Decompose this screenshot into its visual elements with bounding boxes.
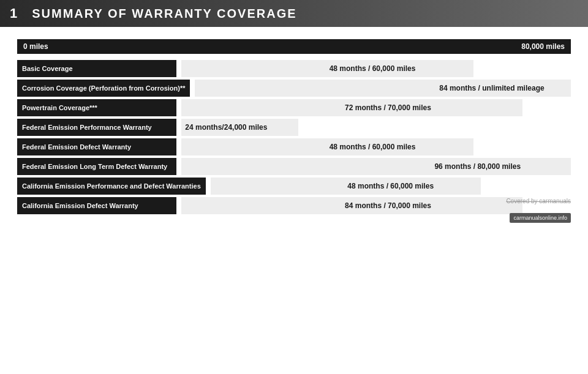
coverage-text-federal-emission-performance: 24 months/24,000 miles xyxy=(185,123,267,132)
coverage-row-powertrain-coverage: Powertrain Coverage***72 months / 70,000… xyxy=(17,99,571,116)
coverage-text-federal-emission-defect: 48 months / 60,000 miles xyxy=(330,143,416,151)
coverage-label-powertrain-coverage: Powertrain Coverage*** xyxy=(17,99,176,116)
coverage-bar-area-federal-emission-long-term: 96 months / 80,000 miles xyxy=(181,158,571,175)
coverage-row-corrosion-coverage: Corrosion Coverage (Perforation from Cor… xyxy=(17,80,571,97)
coverage-label-california-emission-defect: California Emission Defect Warranty xyxy=(17,197,176,214)
coverage-bar-california-emission-perf-defect xyxy=(211,178,481,195)
coverage-row-federal-emission-long-term: Federal Emission Long Term Defect Warran… xyxy=(17,158,571,175)
coverage-text-california-emission-perf-defect: 48 months / 60,000 miles xyxy=(347,182,434,190)
coverage-row-federal-emission-performance: Federal Emission Performance Warranty24 … xyxy=(17,119,571,136)
coverage-text-basic-coverage: 48 months / 60,000 miles xyxy=(330,64,416,73)
coverage-text-federal-emission-long-term: 96 months / 80,000 miles xyxy=(434,162,521,171)
page-title: SUMMARY OF WARRANTY COVERAGE xyxy=(32,7,296,21)
coverage-row-federal-emission-defect: Federal Emission Defect Warranty48 month… xyxy=(17,138,571,155)
section-number: 1 xyxy=(10,6,17,21)
coverage-label-corrosion-coverage: Corrosion Coverage (Perforation from Cor… xyxy=(17,80,190,97)
coverage-bar-area-federal-emission-performance: 24 months/24,000 miles xyxy=(181,119,571,136)
coverage-row-california-emission-defect: California Emission Defect Warranty84 mo… xyxy=(17,197,571,214)
coverage-bar-area-california-emission-perf-defect: 48 months / 60,000 miles xyxy=(211,178,571,195)
coverage-bar-basic-coverage xyxy=(181,60,473,77)
coverage-row-california-emission-perf-defect: California Emission Performance and Defe… xyxy=(17,178,571,195)
coverage-bar-area-federal-emission-defect: 48 months / 60,000 miles xyxy=(181,138,571,155)
watermark-text: Covered by carmanuals xyxy=(506,198,571,204)
coverage-text-powertrain-coverage: 72 months / 70,000 miles xyxy=(345,103,431,112)
coverage-row-basic-coverage: Basic Coverage48 months / 60,000 miles xyxy=(17,60,571,77)
coverage-bar-area-powertrain-coverage: 72 months / 70,000 miles xyxy=(181,99,571,116)
coverage-bar-federal-emission-defect xyxy=(181,138,473,155)
scale-end-label: 80,000 miles xyxy=(521,42,565,51)
coverage-label-federal-emission-long-term: Federal Emission Long Term Defect Warran… xyxy=(17,158,176,175)
coverage-bar-area-basic-coverage: 48 months / 60,000 miles xyxy=(181,60,571,77)
scale-start-label: 0 miles xyxy=(23,42,48,51)
carmanuals-badge: carmanualsonline.info xyxy=(510,213,571,223)
coverage-text-california-emission-defect: 84 months / 70,000 miles xyxy=(345,201,431,210)
coverage-bar-area-corrosion-coverage: 84 months / unlimited mileage xyxy=(195,80,571,97)
page-header: 1 SUMMARY OF WARRANTY COVERAGE xyxy=(0,0,588,27)
content-area: 0 miles 80,000 miles Basic Coverage48 mo… xyxy=(0,27,588,229)
coverage-label-california-emission-perf-defect: California Emission Performance and Defe… xyxy=(17,178,206,195)
coverage-label-federal-emission-defect: Federal Emission Defect Warranty xyxy=(17,138,176,155)
coverage-section: Basic Coverage48 months / 60,000 milesCo… xyxy=(17,60,571,214)
coverage-text-corrosion-coverage: 84 months / unlimited mileage xyxy=(439,84,544,92)
coverage-label-federal-emission-performance: Federal Emission Performance Warranty xyxy=(17,119,176,136)
scale-header: 0 miles 80,000 miles xyxy=(17,39,571,54)
coverage-label-basic-coverage: Basic Coverage xyxy=(17,60,176,77)
